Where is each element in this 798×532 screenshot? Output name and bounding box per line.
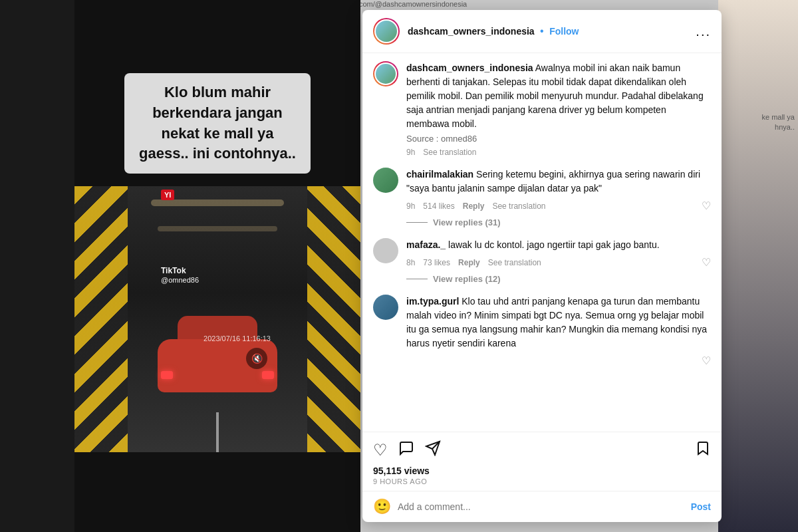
comment-1-view-replies[interactable]: View replies (31) (406, 217, 711, 227)
comment-1-meta: 9h 514 likes Reply See translation ♡ (406, 200, 711, 212)
comment-2-likes: 73 likes (423, 258, 450, 267)
mute-button[interactable]: 🔇 (246, 348, 267, 369)
comment-3-text: im.typa.gurl Klo tau uhd antri panjang k… (406, 295, 711, 350)
post-source: Source : omned86 (406, 134, 711, 144)
main-comment-body: dashcam_owners_indonesia Awalnya mobil i… (406, 61, 711, 157)
tiktok-user: @omned86 (161, 276, 199, 284)
comment-2-time: 8h (406, 258, 415, 267)
right-text-1: ke mall ya (761, 113, 795, 121)
views-count: 95,115 views (362, 466, 722, 477)
poster-username[interactable]: dashcam_owners_indonesia (408, 26, 535, 37)
comment-2-body: mafaza._ lawak lu dc kontol. jago ngerti… (406, 238, 711, 284)
main-see-translation[interactable]: See translation (423, 148, 476, 157)
comment-3-heart[interactable]: ♡ (702, 354, 711, 367)
poster-avatar[interactable] (373, 18, 400, 45)
more-options-button[interactable]: ... (696, 24, 711, 39)
comment-3-username[interactable]: im.typa.gurl (406, 296, 459, 307)
comment-button[interactable] (398, 440, 414, 460)
comment-1-reply[interactable]: Reply (463, 201, 485, 211)
replies-line (406, 222, 428, 223)
comment-2-meta: 8h 73 likes Reply See translation ♡ (406, 256, 711, 269)
comment-1-translate[interactable]: See translation (492, 201, 545, 211)
comment-1-username[interactable]: chairilmalakian (406, 169, 473, 180)
video-timestamp: 2023/07/16 11:16:13 (203, 334, 271, 342)
comment-3-body: im.typa.gurl Klo tau uhd antri panjang k… (406, 295, 711, 367)
comment-2-view-replies[interactable]: View replies (12) (406, 274, 711, 284)
comment-3-meta: ♡ (406, 354, 711, 367)
comment-row-1: chairilmalakian Sering ketemu begini, ak… (373, 168, 711, 227)
comment-3-avatar[interactable] (373, 295, 398, 320)
actions-bar: ♡ (362, 432, 722, 466)
bookmark-button[interactable] (695, 440, 711, 460)
comment-1-time: 9h (406, 201, 415, 211)
comment-2-heart[interactable]: ♡ (702, 256, 711, 269)
share-button[interactable] (425, 440, 441, 460)
comment-1-avatar[interactable] (373, 168, 398, 193)
comment-1-text: chairilmalakian Sering ketemu begini, ak… (406, 168, 711, 196)
follow-button[interactable]: Follow (549, 26, 579, 37)
comment-2-reply[interactable]: Reply (458, 258, 480, 267)
post-header: dashcam_owners_indonesia • Follow ... (362, 10, 722, 53)
comments-area[interactable]: dashcam_owners_indonesia Awalnya mobil i… (362, 53, 722, 432)
yi-badge: YI (161, 190, 174, 200)
comment-2-translate[interactable]: See translation (488, 258, 541, 267)
instagram-panel: dashcam_owners_indonesia • Follow ... da… (362, 10, 722, 522)
comment-2-content: lawak lu dc kontol. jago ngertiir tapi g… (448, 239, 660, 250)
right-text-2: hnya.. (775, 123, 795, 131)
main-commenter-avatar[interactable] (373, 61, 398, 86)
comment-2-avatar[interactable] (373, 238, 398, 263)
video-overlay-text: Klo blum mahir berkendara jangan nekat k… (124, 73, 311, 174)
garage-background (74, 186, 360, 452)
main-comment-time: 9h (406, 148, 415, 157)
comment-input[interactable] (398, 501, 691, 512)
comment-1-likes: 514 likes (423, 201, 454, 211)
stripe-right (307, 186, 360, 452)
comment-2-username[interactable]: mafaza._ (406, 239, 446, 250)
tiktok-logo: TikTok (161, 266, 186, 275)
comment-1-body: chairilmalakian Sering ketemu begini, ak… (406, 168, 711, 227)
comment-row-3: im.typa.gurl Klo tau uhd antri panjang k… (373, 295, 711, 367)
main-comment-meta: 9h See translation (406, 148, 711, 157)
main-comment-text: dashcam_owners_indonesia Awalnya mobil i… (406, 61, 711, 131)
replies-line-2 (406, 279, 428, 279)
like-button[interactable]: ♡ (373, 441, 388, 460)
post-time-ago: 9 HOURS AGO (362, 477, 722, 491)
post-comment-button[interactable]: Post (691, 501, 711, 512)
main-username[interactable]: dashcam_owners_indonesia (406, 63, 533, 73)
video-player[interactable]: Klo blum mahir berkendara jangan nekat k… (74, 0, 360, 532)
replies-text[interactable]: View replies (31) (433, 217, 501, 227)
dot-separator: • (540, 25, 544, 37)
comment-1-heart[interactable]: ♡ (702, 200, 711, 212)
add-comment-bar[interactable]: 🙂 Post (362, 491, 722, 522)
main-post-comment: dashcam_owners_indonesia Awalnya mobil i… (373, 61, 711, 157)
comment-2-text: mafaza._ lawak lu dc kontol. jago ngerti… (406, 238, 711, 252)
stripe-left (74, 186, 128, 452)
right-sidebar: ke mall ya hnya.. (718, 0, 798, 532)
poster-info: dashcam_owners_indonesia • Follow (408, 25, 696, 37)
emoji-button[interactable]: 🙂 (373, 498, 391, 515)
replies-text-2[interactable]: View replies (12) (433, 274, 501, 284)
comment-row-2: mafaza._ lawak lu dc kontol. jago ngerti… (373, 238, 711, 284)
